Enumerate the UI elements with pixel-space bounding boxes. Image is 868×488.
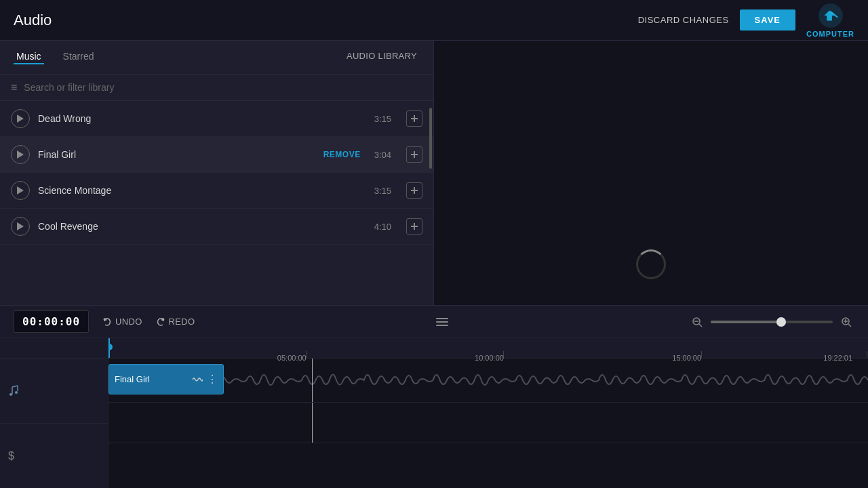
top-bar-actions: DISCARD CHANGES SAVE COMPUTER xyxy=(638,3,854,38)
app-title: Audio xyxy=(14,12,52,29)
clip-title: Final Girl xyxy=(115,374,186,384)
hamburger-line xyxy=(436,318,448,319)
bottom-section: 00:00:00 UNDO REDO xyxy=(0,305,868,488)
timeline-cursor-row2 xyxy=(312,403,313,443)
track-duration: 3:15 xyxy=(374,114,391,124)
clip-more-icon[interactable]: ⋮ xyxy=(207,374,218,385)
audio-clip-final-girl[interactable]: Final Girl ⋮ xyxy=(108,364,224,394)
list-item[interactable]: Dead Wrong 3:15 xyxy=(0,101,433,137)
hamburger-line xyxy=(436,321,448,323)
hamburger-line xyxy=(436,325,448,326)
music-note-icon xyxy=(8,385,19,397)
list-item[interactable]: Final Girl REMOVE 3:04 xyxy=(0,137,433,173)
redo-button[interactable]: REDO xyxy=(156,317,195,327)
svg-marker-10 xyxy=(17,222,24,230)
track-label-dollar: $ xyxy=(0,424,108,488)
svg-rect-3 xyxy=(411,118,418,119)
list-item[interactable]: Science Montage 3:15 xyxy=(0,173,433,209)
filter-icon[interactable]: ≡ xyxy=(11,81,17,94)
timeline-ruler: 00:00:00 05:00:00 10:00:00 15:00:00 19:2… xyxy=(108,338,868,359)
play-button-final-girl[interactable] xyxy=(11,145,30,164)
dollar-icon: $ xyxy=(8,450,14,462)
zoom-slider-fill xyxy=(711,321,784,323)
track-name: Final Girl xyxy=(38,149,315,160)
ruler-mark: 10:00:00 xyxy=(503,351,504,358)
audio-track-row-1[interactable]: // This won't run in SVG, so we'll use s… xyxy=(108,359,868,403)
svg-rect-9 xyxy=(411,190,418,191)
tabs-row: Music Starred AUDIO LIBRARY xyxy=(0,41,433,75)
zoom-slider-thumb[interactable] xyxy=(776,317,786,327)
ruler-mark: 05:00:00 xyxy=(306,351,307,358)
track-name: Dead Wrong xyxy=(38,113,366,124)
track-add-button[interactable] xyxy=(406,182,422,199)
play-button-science-montage[interactable] xyxy=(11,181,30,200)
clip-wave-icon xyxy=(192,374,203,385)
track-duration: 3:15 xyxy=(374,186,391,196)
clip-icons: ⋮ xyxy=(192,374,218,385)
ruler-spacer xyxy=(0,338,108,359)
svg-marker-1 xyxy=(17,115,24,123)
search-input[interactable] xyxy=(24,82,422,93)
timeline-scroll[interactable]: 00:00:00 05:00:00 10:00:00 15:00:00 19:2… xyxy=(108,338,868,488)
tab-starred[interactable]: Starred xyxy=(60,51,97,64)
timeline-menu-button[interactable] xyxy=(433,315,451,329)
ruler-mark: 15:00:00 xyxy=(701,351,702,358)
play-button-cool-revenge[interactable] xyxy=(11,217,30,236)
track-duration: 4:10 xyxy=(374,222,391,232)
zoom-out-button[interactable] xyxy=(689,314,705,330)
remove-button[interactable]: REMOVE xyxy=(323,150,361,159)
track-label-music xyxy=(0,359,108,424)
logo-area: COMPUTER xyxy=(806,3,854,38)
track-name: Science Montage xyxy=(38,185,366,196)
tab-audio-library[interactable]: AUDIO LIBRARY xyxy=(344,51,420,64)
svg-line-23 xyxy=(12,386,18,387)
svg-line-17 xyxy=(699,324,702,327)
ruler-mark: 19:22:01 xyxy=(867,351,867,358)
logo-text: COMPUTER xyxy=(806,30,854,38)
play-button-dead-wrong[interactable] xyxy=(11,109,30,128)
ruler-cursor-head xyxy=(108,344,113,350)
zoom-in-button[interactable] xyxy=(838,314,854,330)
scrollbar[interactable] xyxy=(429,108,432,169)
search-bar: ≡ xyxy=(0,75,433,101)
track-add-button[interactable] xyxy=(406,110,422,127)
discard-changes-button[interactable]: DISCARD CHANGES xyxy=(638,15,729,25)
zoom-controls xyxy=(689,314,854,330)
ruler-tick xyxy=(867,351,867,358)
undo-label: UNDO xyxy=(115,317,142,327)
svg-line-21 xyxy=(848,324,851,327)
ruler-cursor-line xyxy=(108,338,110,358)
timeline-content: $ 00:00:00 05:00:00 xyxy=(0,338,868,488)
undo-button[interactable]: UNDO xyxy=(102,317,142,327)
track-add-button[interactable] xyxy=(406,146,422,163)
track-name: Cool Revenge xyxy=(38,221,366,232)
track-duration: 3:04 xyxy=(374,150,391,160)
svg-rect-6 xyxy=(411,154,418,155)
track-add-button[interactable] xyxy=(406,218,422,235)
zoom-slider-track xyxy=(711,321,833,323)
logo-icon xyxy=(818,3,844,28)
time-display: 00:00:00 xyxy=(14,310,89,333)
svg-marker-7 xyxy=(17,186,24,195)
loading-spinner xyxy=(636,249,666,279)
toolbar-row: 00:00:00 UNDO REDO xyxy=(0,306,868,338)
svg-rect-12 xyxy=(411,226,418,227)
track-labels: $ xyxy=(0,338,108,488)
redo-label: REDO xyxy=(169,317,195,327)
save-button[interactable]: SAVE xyxy=(740,9,795,30)
top-bar: Audio DISCARD CHANGES SAVE COMPUTER xyxy=(0,0,868,41)
tab-music[interactable]: Music xyxy=(14,51,44,64)
audio-track-row-2[interactable] xyxy=(108,403,868,443)
list-item[interactable]: Cool Revenge 4:10 xyxy=(0,209,433,245)
svg-marker-4 xyxy=(17,150,24,159)
